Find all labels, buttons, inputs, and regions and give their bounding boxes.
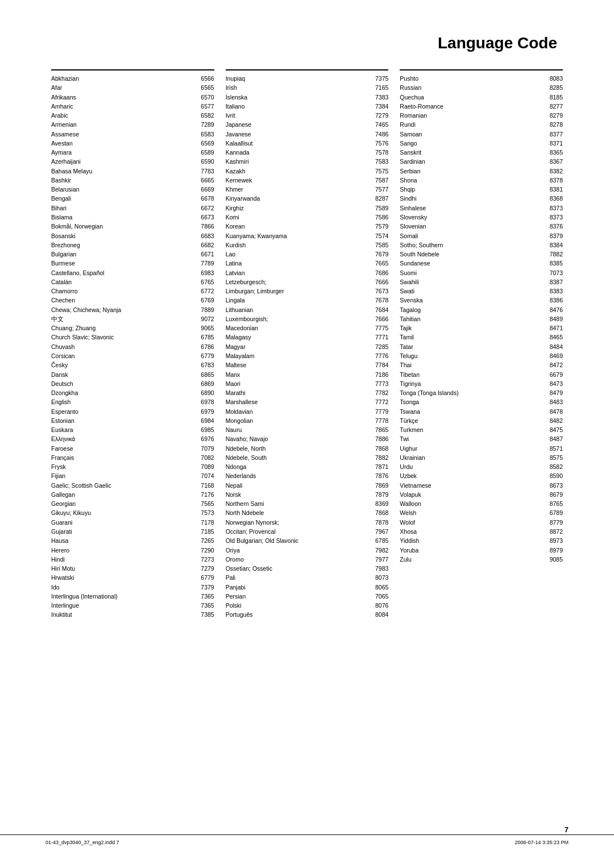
language-code: 8979 (543, 546, 563, 555)
language-code: 7783 (194, 167, 214, 176)
language-code: 7384 (368, 102, 388, 111)
language-code: 8278 (543, 120, 563, 129)
language-name: Ivrit (226, 111, 369, 120)
language-name: Tsonga (400, 397, 543, 406)
language-code: 6671 (194, 250, 214, 259)
language-name: Romanian (400, 111, 543, 120)
language-code: 6583 (194, 130, 214, 139)
language-code: 8367 (543, 157, 563, 166)
list-item: Letzeburgesch;7666 (226, 277, 389, 286)
list-item: Sango8371 (400, 139, 563, 148)
language-code: 7983 (368, 564, 388, 573)
list-item: Slovenian8376 (400, 222, 563, 231)
language-name: Marathi (226, 388, 369, 397)
list-item: Norsk7879 (226, 490, 389, 499)
language-name: Letzeburgesch; (226, 277, 369, 286)
language-name: English (51, 397, 194, 406)
list-item: Arabic6582 (51, 111, 214, 120)
list-item: Français7082 (51, 453, 214, 462)
language-code: 8277 (543, 102, 563, 111)
language-name: Marshallese (226, 397, 369, 406)
list-item: Macedonian7775 (226, 323, 389, 333)
list-item: Esperanto6979 (51, 407, 214, 416)
language-name: Nauru (226, 425, 369, 434)
list-item: Kannada7578 (226, 148, 389, 157)
list-item: Javanese7486 (226, 130, 389, 139)
language-name: Quechua (400, 93, 543, 102)
language-name: Inupiaq (226, 74, 369, 83)
language-name: Armenian (51, 120, 194, 129)
language-code: 7886 (368, 434, 388, 443)
language-name: Ndonga (226, 462, 369, 471)
language-name: Avestan (51, 139, 194, 148)
language-code: 8376 (543, 222, 563, 231)
language-code: 8383 (543, 286, 563, 296)
language-code: 8084 (368, 610, 388, 619)
language-code: 8378 (543, 176, 563, 185)
list-item: Dzongkha6890 (51, 388, 214, 397)
list-item: Deutsch6869 (51, 379, 214, 388)
list-item: Ossetian; Ossetic7983 (226, 564, 389, 573)
language-code: 8590 (543, 471, 563, 480)
list-item: Afar6565 (51, 83, 214, 92)
language-code: 7583 (368, 157, 388, 166)
language-code: 6683 (194, 231, 214, 240)
list-item: Armenian7289 (51, 120, 214, 129)
language-name: Latvian (226, 268, 369, 277)
language-name: Tigrinya (400, 379, 543, 388)
language-name: Zulu (400, 555, 543, 564)
language-name: Bengali (51, 194, 194, 203)
language-code: 7383 (368, 93, 388, 102)
language-name: Chuvash (51, 342, 194, 351)
language-code: 7784 (368, 360, 388, 369)
language-name: Estonian (51, 416, 194, 425)
list-item: Catalán6765 (51, 277, 214, 286)
language-code: 7868 (368, 444, 388, 453)
list-item: Fijian7074 (51, 471, 214, 480)
list-item: Česky6783 (51, 360, 214, 369)
list-item: Moldavian7779 (226, 407, 389, 416)
language-name: Ndebele, North (226, 444, 369, 453)
language-code: 7365 (194, 601, 214, 610)
language-name: Tibetan (400, 370, 543, 379)
language-name: Catalán (51, 277, 194, 286)
language-name: Oriya (226, 546, 369, 555)
language-name: Thai (400, 360, 543, 369)
page-title: Language Code (45, 34, 569, 52)
language-name: Vietnamese (400, 481, 543, 490)
language-code: 7265 (194, 536, 214, 545)
language-code: 6672 (194, 203, 214, 213)
language-name: Bihari (51, 203, 194, 213)
language-code: 8973 (543, 536, 563, 545)
language-name: Ukrainian (400, 453, 543, 462)
list-item: Yoruba8979 (400, 546, 563, 555)
language-code: 7882 (368, 453, 388, 462)
list-item: Tamil8465 (400, 333, 563, 342)
language-name: Arabic (51, 111, 194, 120)
language-code: 8571 (543, 444, 563, 453)
footer-filename: 01-43_dvp3040_37_eng2.indd 7 (45, 840, 119, 845)
language-name: Corsican (51, 351, 194, 360)
language-code: 7868 (368, 508, 388, 517)
language-name: Afrikaans (51, 93, 194, 102)
language-name: Sindhi (400, 194, 543, 203)
list-item: Sundanese8385 (400, 259, 563, 268)
language-name: Hausa (51, 536, 194, 545)
language-code: 6978 (194, 397, 214, 406)
language-code: 7878 (368, 518, 388, 527)
list-item: Xhosa8872 (400, 527, 563, 536)
language-code: 7869 (368, 481, 388, 490)
column-3: Pushto8083Russian8285Quechua8185Raeto-Ro… (394, 69, 569, 564)
list-item: Abkhazian6566 (51, 74, 214, 83)
language-name: Svenska (400, 296, 543, 305)
language-code: 7375 (368, 74, 388, 83)
list-item: Tajik8471 (400, 323, 563, 333)
language-code: 6890 (194, 388, 214, 397)
language-name: Kashmiri (226, 157, 369, 166)
list-item: Inuktitut7385 (51, 610, 214, 619)
language-code: 8471 (543, 323, 563, 333)
list-item: Pushto8083 (400, 74, 563, 83)
language-code: 7789 (194, 259, 214, 268)
language-name: Somali (400, 231, 543, 240)
list-item: Guarani7178 (51, 518, 214, 527)
